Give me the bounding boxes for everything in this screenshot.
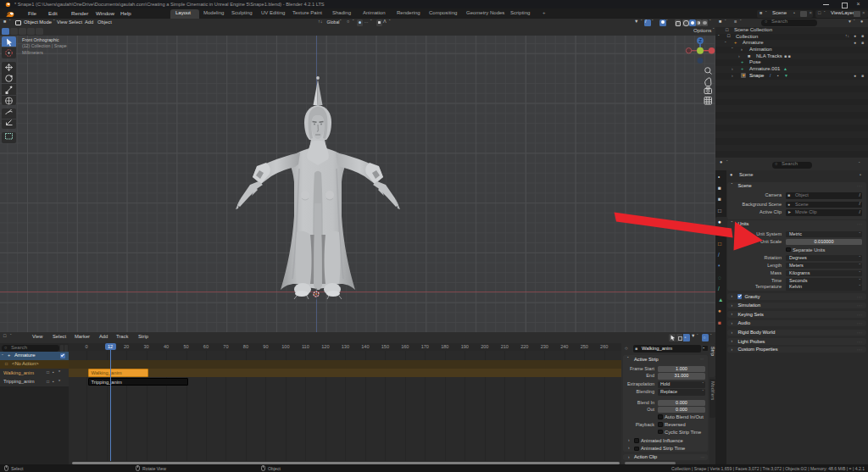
svg-text:Z: Z [698,38,702,43]
